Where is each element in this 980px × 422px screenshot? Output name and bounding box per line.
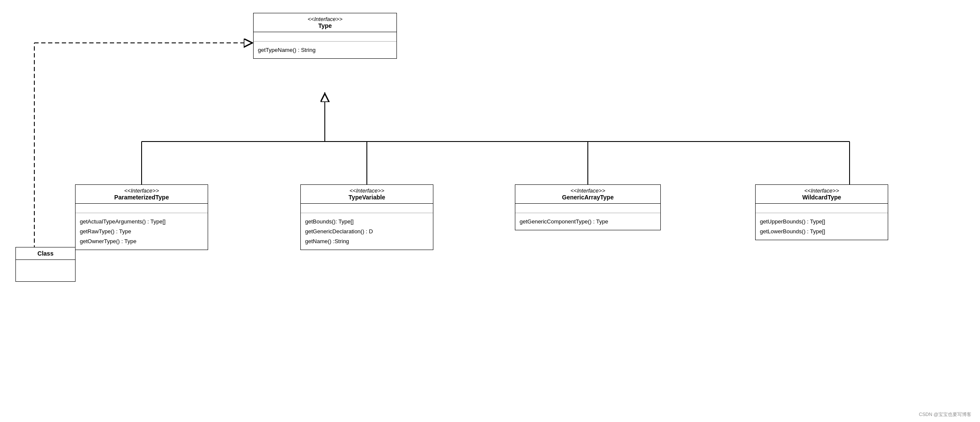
type-name: Type: [258, 22, 392, 29]
class-header: Class: [16, 247, 75, 260]
parameterized-method-1: getActualTypeArguments() : Type[]: [80, 217, 203, 226]
type-variable-stereotype: <<Interface>>: [305, 187, 429, 194]
wildcard-type-box: <<Interface>> WildcardType getUpperBound…: [755, 184, 888, 240]
diagram-container: <<Interface>> Type getTypeName() : Strin…: [0, 0, 980, 422]
type-method-1: getTypeName() : String: [258, 45, 392, 55]
type-variable-attributes-section: [301, 204, 433, 213]
generic-array-method-1: getGenericComponentType() : Type: [520, 217, 656, 226]
type-variable-box: <<Interface>> TypeVariable getBounds(): …: [300, 184, 433, 250]
parameterized-method-3: getOwnerType() : Type: [80, 236, 203, 246]
class-body: [16, 260, 75, 281]
type-stereotype: <<Interface>>: [258, 16, 392, 22]
generic-array-stereotype: <<Interface>>: [520, 187, 656, 194]
type-variable-method-1: getBounds(): Type[]: [305, 217, 429, 226]
generic-array-methods-section: getGenericComponentType() : Type: [515, 213, 660, 230]
parameterized-name: ParameterizedType: [80, 194, 203, 201]
generic-array-type-box: <<Interface>> GenericArrayType getGeneri…: [515, 184, 661, 230]
type-attributes-section: [254, 32, 396, 42]
watermark: CSDN @宝宝也要写博客: [919, 411, 971, 418]
wildcard-methods-section: getUpperBounds() : Type[] getLowerBounds…: [756, 213, 888, 240]
parameterized-attributes-section: [76, 204, 208, 213]
wildcard-stereotype: <<Interface>>: [760, 187, 883, 194]
generic-array-attributes-section: [515, 204, 660, 213]
parameterized-method-2: getRawType() : Type: [80, 226, 203, 236]
wildcard-method-2: getLowerBounds() : Type[]: [760, 226, 883, 236]
generic-array-name: GenericArrayType: [520, 194, 656, 201]
type-variable-header: <<Interface>> TypeVariable: [301, 185, 433, 204]
type-methods-section: getTypeName() : String: [254, 42, 396, 58]
wildcard-method-1: getUpperBounds() : Type[]: [760, 217, 883, 226]
type-variable-method-2: getGenericDeclaration() : D: [305, 226, 429, 236]
class-box: Class: [15, 247, 76, 282]
wildcard-type-header: <<Interface>> WildcardType: [756, 185, 888, 204]
parameterized-stereotype: <<Interface>>: [80, 187, 203, 194]
generic-array-type-header: <<Interface>> GenericArrayType: [515, 185, 660, 204]
type-interface-header: <<Interface>> Type: [254, 13, 396, 32]
parameterized-methods-section: getActualTypeArguments() : Type[] getRaw…: [76, 213, 208, 250]
wildcard-name: WildcardType: [760, 194, 883, 201]
type-interface-box: <<Interface>> Type getTypeName() : Strin…: [253, 13, 397, 59]
type-variable-name: TypeVariable: [305, 194, 429, 201]
parameterized-type-box: <<Interface>> ParameterizedType getActua…: [75, 184, 208, 250]
parameterized-type-header: <<Interface>> ParameterizedType: [76, 185, 208, 204]
type-variable-methods-section: getBounds(): Type[] getGenericDeclaratio…: [301, 213, 433, 250]
type-variable-method-3: getName() :String: [305, 236, 429, 246]
wildcard-attributes-section: [756, 204, 888, 213]
